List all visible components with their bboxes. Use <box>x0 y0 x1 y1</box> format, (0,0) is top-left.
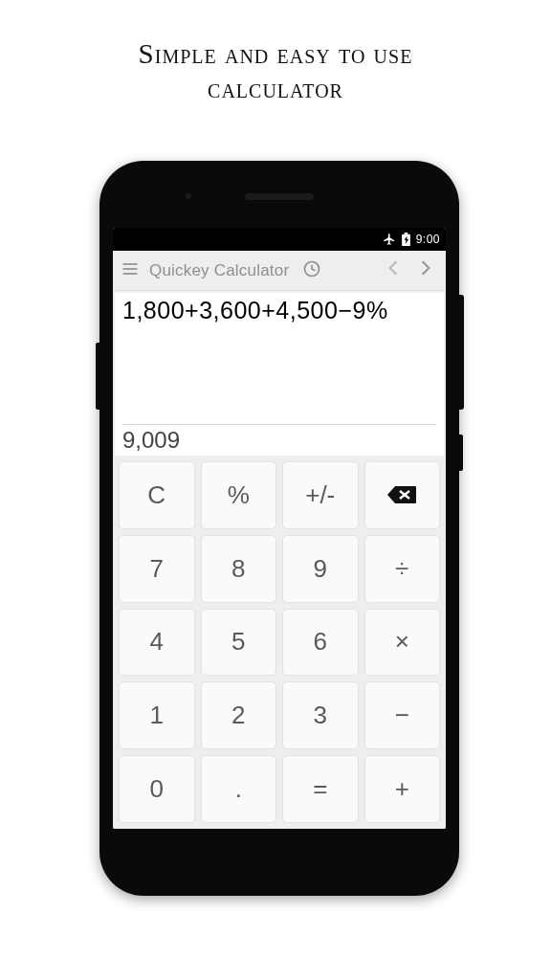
headline-line2: calculator <box>208 73 343 103</box>
headline-line1: Simple and easy to use <box>139 38 413 69</box>
phone-sensor <box>186 193 191 199</box>
key-equals[interactable]: = <box>282 755 359 823</box>
key-7[interactable]: 7 <box>119 535 195 603</box>
backspace-icon <box>386 484 417 505</box>
key-0[interactable]: 0 <box>119 755 195 823</box>
key-decimal[interactable]: . <box>201 755 277 823</box>
status-bar: 9:00 <box>113 228 446 251</box>
key-4[interactable]: 4 <box>119 609 195 677</box>
key-2[interactable]: 2 <box>201 681 277 749</box>
key-3[interactable]: 3 <box>282 681 359 749</box>
key-6[interactable]: 6 <box>282 609 359 677</box>
svg-rect-1 <box>404 233 408 234</box>
airplane-mode-icon <box>383 233 396 246</box>
key-8[interactable]: 8 <box>201 535 277 603</box>
key-percent[interactable]: % <box>201 461 277 529</box>
key-plusminus[interactable]: +/- <box>282 461 359 529</box>
promo-headline: Simple and easy to use calculator <box>0 0 551 106</box>
phone-frame: 9:00 Quickey Calculator 1,800+3,600+4,50… <box>99 161 459 896</box>
key-9[interactable]: 9 <box>282 535 359 603</box>
key-backspace[interactable] <box>364 461 441 529</box>
key-clear[interactable]: C <box>119 461 195 529</box>
status-time: 9:00 <box>416 233 440 246</box>
app-bar: Quickey Calculator <box>113 251 446 291</box>
next-button[interactable] <box>413 259 438 281</box>
key-divide[interactable]: ÷ <box>364 535 441 603</box>
prev-button[interactable] <box>381 259 406 281</box>
key-5[interactable]: 5 <box>201 609 277 677</box>
battery-charging-icon <box>402 233 410 246</box>
key-add[interactable]: + <box>364 755 441 823</box>
key-multiply[interactable]: × <box>364 609 441 677</box>
screen: 9:00 Quickey Calculator 1,800+3,600+4,50… <box>113 228 446 829</box>
app-title: Quickey Calculator <box>149 261 289 280</box>
display-panel: 1,800+3,600+4,500−9% 9,009 <box>115 293 444 456</box>
history-icon[interactable] <box>302 259 321 282</box>
result: 9,009 <box>122 424 436 454</box>
keypad: C % +/- 7 8 9 ÷ 4 5 6 × 1 2 3 − 0 . = + <box>113 456 446 829</box>
phone-speaker <box>245 193 314 200</box>
expression[interactable]: 1,800+3,600+4,500−9% <box>122 297 436 324</box>
key-1[interactable]: 1 <box>119 681 195 749</box>
key-subtract[interactable]: − <box>364 681 441 749</box>
hamburger-menu-icon[interactable] <box>121 259 140 282</box>
